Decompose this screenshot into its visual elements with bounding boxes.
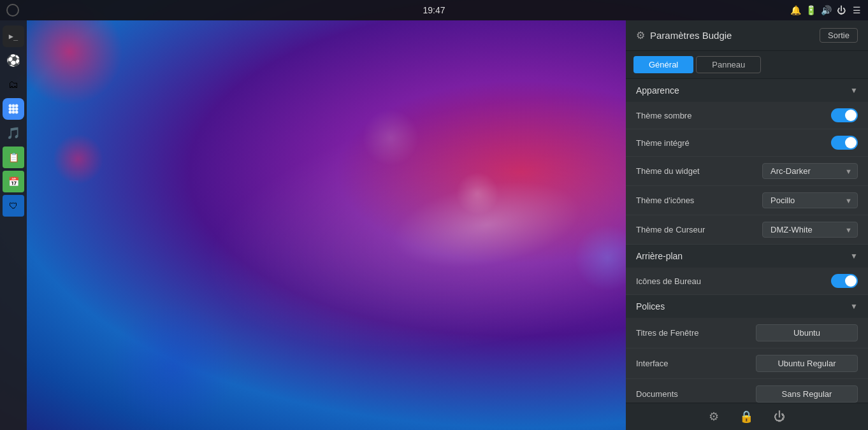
section-apparence-content: Thème sombre Thème intégré Thème du widg… (626, 102, 868, 245)
section-apparence-chevron: ▼ (850, 86, 858, 95)
topbar: 19:47 🔔 🔋 🔊 ⏻ ☰ (0, 0, 868, 20)
icones-bureau-knob (845, 275, 857, 287)
icones-bureau-toggle[interactable] (831, 274, 858, 288)
section-polices-content: Titres de Fenêtre Ubuntu Interface Ubunt… (626, 318, 868, 403)
settings-footer: ⚙ 🔒 ⏻ (626, 403, 868, 430)
theme-widget-arrow: ▼ (845, 168, 852, 175)
dock: ▶_ ⚽ 🗂 🎵 📋 📅 🛡 (0, 20, 27, 430)
theme-sombre-label: Thème sombre (636, 111, 691, 120)
svg-point-2 (15, 104, 18, 108)
theme-widget-dropdown[interactable]: Arc-Darker ▼ (762, 163, 858, 179)
section-apparence-header[interactable]: Apparence ▼ (626, 79, 868, 102)
topbar-left (6, 4, 19, 17)
theme-icones-label: Thème d'icônes (636, 196, 694, 205)
notification-icon[interactable]: 🔔 (790, 5, 800, 15)
svg-point-4 (12, 108, 15, 111)
svg-point-0 (9, 104, 12, 108)
settings-header: ⚙ Paramètres Budgie Sortie (626, 20, 868, 51)
setting-icones-bureau: Icônes de Bureau (626, 268, 868, 295)
interface-font-btn[interactable]: Ubuntu Regular (756, 355, 858, 372)
theme-curseur-arrow: ▼ (845, 226, 852, 234)
svg-point-8 (15, 111, 18, 114)
svg-point-1 (12, 104, 15, 108)
svg-point-3 (9, 108, 12, 111)
section-apparence-label: Apparence (636, 85, 679, 96)
icones-bureau-label: Icônes de Bureau (636, 276, 701, 286)
documents-label: Documents (636, 389, 678, 399)
setting-theme-curseur: Thème de Curseur DMZ-White ▼ (626, 215, 868, 245)
dock-item-calendar[interactable]: 📅 (3, 171, 24, 192)
setting-theme-icones: Thème d'icônes Pocillo ▼ (626, 186, 868, 215)
theme-curseur-value: DMZ-White (770, 225, 813, 234)
settings-panel: ⚙ Paramètres Budgie Sortie Général Panne… (626, 20, 868, 430)
theme-curseur-label: Thème de Curseur (636, 225, 705, 234)
setting-documents: Documents Sans Regular (626, 379, 868, 403)
theme-integre-label: Thème intégré (636, 138, 690, 148)
svg-point-5 (15, 108, 18, 111)
setting-theme-widget: Thème du widget Arc-Darker ▼ (626, 157, 868, 186)
titres-fenetre-font-btn[interactable]: Ubuntu (756, 324, 858, 341)
theme-icones-arrow: ▼ (845, 197, 852, 204)
settings-gear-icon: ⚙ (636, 29, 645, 41)
dock-item-soccer[interactable]: ⚽ (3, 50, 24, 71)
settings-content: Apparence ▼ Thème sombre Thème intégré T… (626, 79, 868, 403)
power-icon[interactable]: ⏻ (836, 5, 846, 15)
section-arriere-plan-chevron: ▼ (850, 252, 858, 261)
section-arriere-plan-header[interactable]: Arrière-plan ▼ (626, 245, 868, 268)
svg-point-6 (9, 111, 12, 114)
theme-widget-value: Arc-Darker (770, 166, 811, 176)
theme-curseur-dropdown[interactable]: DMZ-White ▼ (762, 222, 858, 238)
dock-item-apps[interactable] (3, 98, 24, 120)
section-polices-chevron: ▼ (850, 302, 858, 311)
documents-font-btn[interactable]: Sans Regular (756, 385, 858, 403)
dock-item-terminal[interactable]: ▶_ (3, 25, 24, 47)
menu-icon[interactable]: ☰ (851, 5, 862, 15)
theme-sombre-knob (845, 110, 857, 121)
theme-widget-label: Thème du widget (636, 166, 700, 176)
footer-gear-icon[interactable]: ⚙ (709, 410, 719, 424)
setting-theme-integre: Thème intégré (626, 129, 868, 157)
setting-theme-sombre: Thème sombre (626, 102, 868, 129)
tab-general[interactable]: Général (633, 56, 693, 73)
setting-titres-fenetre: Titres de Fenêtre Ubuntu (626, 318, 868, 348)
theme-sombre-toggle[interactable] (831, 108, 858, 122)
svg-point-7 (12, 111, 15, 114)
footer-power-icon[interactable]: ⏻ (774, 410, 785, 424)
interface-label: Interface (636, 359, 669, 368)
volume-icon[interactable]: 🔊 (821, 5, 831, 15)
dock-item-files[interactable]: 🗂 (3, 74, 24, 96)
theme-integre-toggle[interactable] (831, 136, 858, 150)
setting-interface: Interface Ubuntu Regular (626, 348, 868, 379)
topbar-clock: 19:47 (423, 5, 445, 15)
settings-title: Paramètres Budgie (650, 30, 732, 41)
theme-icones-dropdown[interactable]: Pocillo ▼ (762, 192, 858, 208)
theme-icones-value: Pocillo (770, 196, 795, 205)
section-arriere-plan-content: Icônes de Bureau (626, 268, 868, 295)
titres-fenetre-label: Titres de Fenêtre (636, 328, 699, 338)
section-arriere-plan-label: Arrière-plan (636, 251, 683, 261)
menu-button[interactable] (6, 4, 19, 17)
section-polices-header[interactable]: Polices ▼ (626, 295, 868, 318)
footer-lock-icon[interactable]: 🔒 (739, 410, 753, 424)
theme-integre-knob (845, 137, 857, 148)
dock-item-shield[interactable]: 🛡 (3, 195, 24, 217)
battery-icon[interactable]: 🔋 (806, 5, 816, 15)
tab-panneau[interactable]: Panneau (696, 56, 761, 73)
sortie-button[interactable]: Sortie (820, 28, 858, 43)
topbar-right: 🔔 🔋 🔊 ⏻ ☰ (790, 5, 862, 15)
dock-item-music[interactable]: 🎵 (3, 122, 24, 144)
dock-item-notes[interactable]: 📋 (3, 147, 24, 168)
section-polices-label: Polices (636, 301, 665, 312)
settings-title-row: ⚙ Paramètres Budgie (636, 29, 732, 41)
tab-row: Général Panneau (626, 51, 868, 79)
